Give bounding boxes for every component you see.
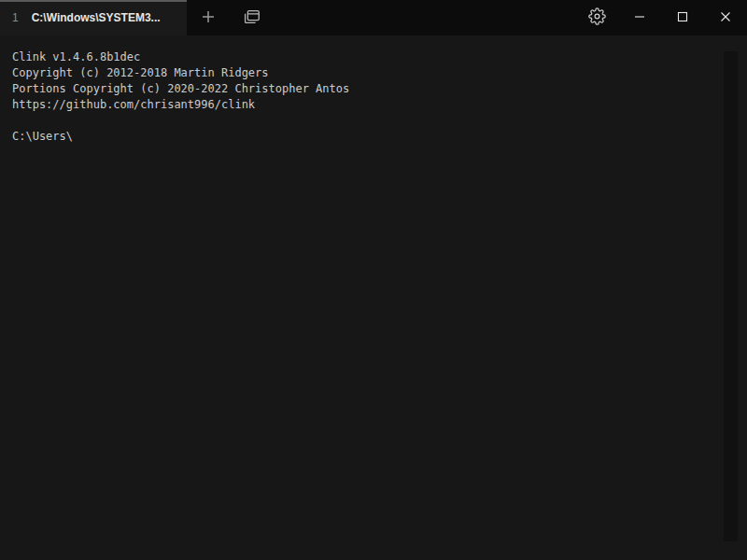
plus-icon <box>200 8 217 28</box>
titlebar: 1 C:\Windows\SYSTEM3... <box>0 0 747 35</box>
maximize-icon <box>677 11 688 25</box>
terminal-line-blank <box>12 113 747 129</box>
gear-icon <box>588 7 606 28</box>
tab-active[interactable]: 1 C:\Windows\SYSTEM3... <box>0 0 187 35</box>
tab-index: 1 <box>12 11 19 24</box>
terminal-line-github-url: https://github.com/chrisant996/clink <box>12 97 747 113</box>
maximize-button[interactable] <box>661 0 704 35</box>
terminal-line-clink-version: Clink v1.4.6.8b1dec <box>12 49 747 65</box>
close-icon <box>720 11 731 25</box>
terminal-line-copyright: Copyright (c) 2012-2018 Martin Ridgers <box>12 65 747 81</box>
settings-button[interactable] <box>575 0 618 35</box>
minimize-button[interactable] <box>618 0 661 35</box>
terminal-viewport[interactable]: Clink v1.4.6.8b1dec Copyright (c) 2012-2… <box>0 35 747 560</box>
window-switcher-button[interactable] <box>234 0 268 35</box>
terminal-line-portions-copyright: Portions Copyright (c) 2020-2022 Christo… <box>12 81 747 97</box>
minimize-icon <box>634 11 645 25</box>
terminal-prompt: C:\Users\ <box>12 129 747 145</box>
scrollbar[interactable] <box>724 51 738 541</box>
windows-icon <box>241 7 261 30</box>
tab-title: C:\Windows\SYSTEM3... <box>32 11 177 24</box>
close-button[interactable] <box>704 0 747 35</box>
new-tab-button[interactable] <box>191 0 225 35</box>
titlebar-drag-area[interactable] <box>268 0 575 35</box>
